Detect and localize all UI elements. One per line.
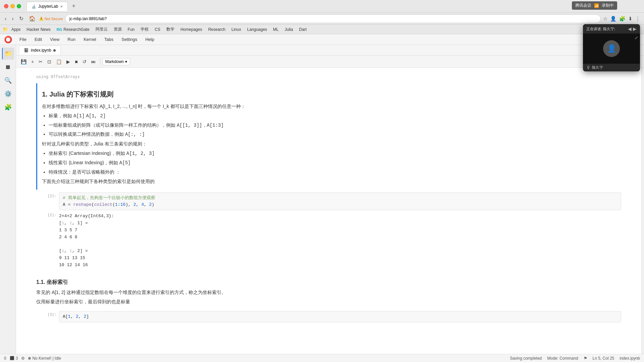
- modified-indicator: [53, 49, 56, 52]
- menu-edit[interactable]: Edit: [31, 36, 45, 43]
- menu-kernel[interactable]: Kernel: [80, 36, 100, 43]
- back-button[interactable]: ‹: [3, 14, 8, 23]
- toolbar-paste-button[interactable]: 📋: [54, 58, 64, 66]
- bookmark-researchgate[interactable]: RG ResearchGate: [54, 26, 92, 33]
- bookmark-research[interactable]: Research: [206, 26, 228, 33]
- home-button[interactable]: 🏠: [27, 14, 38, 23]
- sidebar-running-icon[interactable]: ⏹: [2, 61, 14, 73]
- menu-help[interactable]: Help: [142, 36, 158, 43]
- forward-button[interactable]: ›: [10, 14, 15, 23]
- reload-button[interactable]: ↻: [17, 14, 25, 23]
- menu-view[interactable]: View: [47, 36, 63, 43]
- cell-output-2: [2]: 2×4×2 Array{Int64,3}: [:, :, 1] = 1…: [36, 212, 621, 270]
- bookmark-ml[interactable]: ML: [270, 26, 281, 33]
- square-icon: ⬛: [10, 356, 14, 360]
- active-cell-bar: [36, 83, 37, 190]
- cell2-output: 2×4×2 Array{Int64,3}: [:, :, 1] = 1 3 5 …: [59, 212, 621, 270]
- expand-icon[interactable]: ⤢: [635, 36, 638, 40]
- settings-icon[interactable]: ⋮: [634, 15, 641, 23]
- notebook-tab-header: 📓 index.ipynb: [16, 45, 644, 56]
- bookmark-star-icon[interactable]: ☆: [602, 15, 608, 23]
- position-label: Ln 5, Col 25: [593, 356, 614, 361]
- browser-tab-jupyterlab[interactable]: 🔬 JupyterLab ✕: [26, 2, 68, 11]
- bookmark-apps[interactable]: Apps: [9, 26, 23, 33]
- section1-heading: 1. Julia 的下标索引规则: [42, 88, 621, 100]
- bookmark-aliyun[interactable]: 阿里云: [93, 25, 110, 33]
- traffic-lights: [4, 4, 21, 8]
- toolbar-cut-button[interactable]: ✂: [37, 58, 45, 66]
- cell3-code[interactable]: A[1, 2, 2]: [59, 311, 621, 322]
- menu-run[interactable]: Run: [64, 36, 79, 43]
- tab-close-icon[interactable]: ✕: [60, 5, 63, 8]
- bookmark-fun[interactable]: Fun: [125, 26, 138, 33]
- status-left: 0 ⬛ 3 ⚙ No Kernel! | Idle: [4, 356, 504, 361]
- notebook-tab-icon: 📓: [24, 48, 29, 53]
- bullet1-1: 标量，例如 A[1] A[1, 2]: [49, 112, 621, 120]
- minimize-button[interactable]: [10, 4, 15, 8]
- close-button[interactable]: [4, 4, 8, 8]
- menu-file[interactable]: File: [16, 36, 30, 43]
- toolbar-restart-button[interactable]: ↺: [80, 58, 89, 66]
- bullet2-3: 特殊情况：是否可以省略额外的 ：: [49, 168, 621, 177]
- maximize-button[interactable]: [17, 4, 21, 8]
- video-footer: 🎙 陈久宁: [583, 64, 640, 71]
- bookmark-dart[interactable]: Dart: [296, 26, 309, 33]
- code-line-comment: # 简单起见，先构造一个比较小的数组方便观察: [63, 195, 618, 201]
- menu-tabs[interactable]: Tabs: [101, 36, 117, 43]
- markdown-content-11: 1.1. 坐标索引 常见的 A[1, 2] 这种通过指定数组在每一个维度的位置来…: [36, 273, 621, 310]
- kernel-status-text: No Kernel! | Idle: [32, 356, 61, 361]
- section11-desc: 常见的 A[1, 2] 这种通过指定数组在每一个维度的位置来进行索引的方式，称之…: [36, 289, 621, 297]
- section11-heading: 1.1. 坐标索引: [36, 278, 621, 287]
- cell3-code-content[interactable]: A[1, 2, 2]: [59, 311, 621, 322]
- address-input[interactable]: [65, 14, 601, 23]
- video-user-name: 陈久宁: [592, 65, 603, 70]
- new-tab-button[interactable]: +: [69, 3, 78, 10]
- cell2-code[interactable]: # 简单起见，先构造一个比较小的数组方便观察 A = reshape(colle…: [59, 192, 621, 210]
- notebook-scrollbar[interactable]: [641, 68, 644, 354]
- video-area: 👤 ⤢: [583, 34, 640, 64]
- bookmark-linux[interactable]: Linux: [229, 26, 244, 33]
- sidebar-extensions-icon[interactable]: 🧩: [2, 101, 14, 113]
- cell2-output-label: [2]:: [36, 212, 56, 270]
- user-icon[interactable]: 👤: [609, 15, 618, 23]
- bookmark-languages[interactable]: Languages: [245, 26, 270, 33]
- toolbar-add-button[interactable]: +: [29, 58, 36, 66]
- bookmark-school[interactable]: 学校: [138, 25, 151, 33]
- bookmark-hackernews[interactable]: Hacker News: [24, 26, 53, 33]
- bookmark-homepages[interactable]: Homepages: [178, 26, 205, 33]
- bookmark-cs[interactable]: CS: [152, 26, 163, 33]
- notebook-area[interactable]: using OffsetArrays 1. Julia 的下标索引规则 在对多维…: [16, 68, 641, 354]
- address-bar-row: ‹ › ↻ 🏠 ⚠️ Not Secure ☆ 👤 🧩 ⬇ ⋮: [0, 13, 644, 25]
- toolbar-fastforward-button[interactable]: ⏭: [89, 58, 98, 66]
- kernel-status-dot: [28, 357, 31, 360]
- kernel-status: No Kernel! | Idle: [28, 356, 61, 361]
- output-line-5: [:, :, 2] =: [59, 248, 621, 255]
- download-icon[interactable]: ⬇: [627, 15, 634, 23]
- cell-type-selector[interactable]: Markdown ▾: [102, 58, 130, 65]
- title-bar: 🔬 JupyterLab ✕ +: [0, 0, 644, 13]
- video-call-panel: 正在讲述: 陈久宁; ◀ ▶ 👤 ⤢ 🎙 陈久宁: [583, 24, 640, 71]
- toolbar-save-button[interactable]: 💾: [19, 58, 29, 66]
- sidebar-files-icon[interactable]: 📁: [2, 48, 14, 60]
- mode-label: Mode: Command: [547, 356, 578, 361]
- toolbar-run-button[interactable]: ▶: [64, 58, 72, 66]
- sidebar-commands-icon[interactable]: 🔍: [2, 74, 14, 86]
- vc-next-button[interactable]: ▶: [633, 26, 637, 32]
- cell-count-label: 0: [4, 356, 6, 361]
- section1-intro: 在对多维数组进行下标索引 A[I_1, I_2, ..., I_n] 时，每一个…: [42, 103, 621, 111]
- cell-number: 3: [16, 356, 18, 361]
- bookmark-math[interactable]: 数学: [164, 25, 177, 33]
- sidebar-tabs-icon[interactable]: ⚙️: [2, 88, 14, 100]
- bookmark-resources[interactable]: 资源: [111, 25, 124, 33]
- recording-status: 录制中: [602, 3, 614, 8]
- jl-sidebar-left: 📁 ⏹ 🔍 ⚙️ 🧩: [0, 45, 16, 354]
- bookmark-julia[interactable]: Julia: [282, 26, 296, 33]
- toolbar-copy-button[interactable]: ⊡: [45, 58, 53, 66]
- cell2-code-content[interactable]: # 简单起见，先构造一个比较小的数组方便观察 A = reshape(colle…: [59, 192, 621, 210]
- tab-title: JupyterLab: [38, 4, 58, 9]
- vc-prev-button[interactable]: ◀: [628, 26, 632, 32]
- extension-icon[interactable]: 🧩: [618, 15, 627, 23]
- notebook-tab[interactable]: 📓 index.ipynb: [19, 46, 61, 55]
- menu-settings[interactable]: Settings: [118, 36, 141, 43]
- toolbar-stop-button[interactable]: ■: [73, 58, 79, 66]
